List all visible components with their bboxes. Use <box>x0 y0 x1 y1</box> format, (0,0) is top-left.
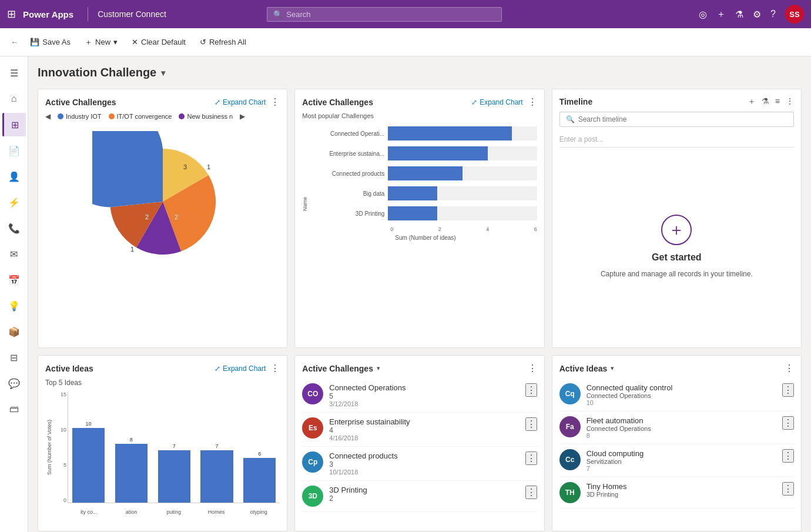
command-bar: ← 💾 Save As ＋ New ▾ ✕ Clear Default ↺ Re… <box>0 28 811 56</box>
save-as-button[interactable]: 💾 Save As <box>24 34 76 50</box>
sidebar-item-contacts[interactable]: 👤 <box>2 165 26 188</box>
timeline-filter-icon[interactable]: ⚗ <box>762 96 769 107</box>
expand-icon: ⤢ <box>215 98 220 106</box>
sidebar-item-activity[interactable]: ⚡ <box>2 190 26 214</box>
target-icon[interactable]: ◎ <box>699 9 707 20</box>
help-icon[interactable]: ? <box>770 9 776 19</box>
challenge-more-2[interactable]: ⋮ <box>525 451 537 465</box>
back-button[interactable]: ← <box>7 34 22 50</box>
idea-item-2: Cc Cloud computing Servitization 7 ⋮ <box>559 444 794 477</box>
grid-icon[interactable]: ⊞ <box>7 8 16 21</box>
card5-title-area: Active Challenges ▾ <box>302 364 380 373</box>
card1-title: Active Challenges <box>45 98 116 107</box>
card6-chevron-icon[interactable]: ▾ <box>611 364 614 372</box>
x-axis-labels: 0246 <box>314 226 537 232</box>
timeline-plus-circle-icon[interactable]: ＋ <box>661 215 692 245</box>
global-search-input[interactable] <box>286 10 495 19</box>
pie-label-2b: 2 <box>175 213 178 220</box>
sidebar-item-chat[interactable]: 💬 <box>2 372 26 395</box>
timeline-list-icon[interactable]: ≡ <box>775 96 780 107</box>
timeline-search-input[interactable] <box>578 115 787 123</box>
challenge-more-0[interactable]: ⋮ <box>525 383 537 397</box>
timeline-post-input[interactable]: Enter a post... <box>559 132 794 148</box>
vbar-xlabel-1: ation <box>110 509 152 515</box>
pie-chart-svg: 1 1 2 3 2 2 <box>92 131 233 272</box>
card1-expand-button[interactable]: ⤢ Expand Chart <box>215 98 266 106</box>
sidebar-item-phone[interactable]: 📞 <box>2 216 26 240</box>
card1-more-button[interactable]: ⋮ <box>270 96 280 108</box>
sidebar-item-products[interactable]: 📦 <box>2 320 26 343</box>
card6-title: Active Ideas <box>559 364 608 373</box>
timeline-search-box[interactable]: 🔍 <box>559 112 794 127</box>
idea-info-0: Connected quality control Connected Oper… <box>587 383 776 406</box>
pie-label-3: 3 <box>183 163 187 170</box>
vbar-col-0: 10 <box>68 392 109 503</box>
challenge-name-3: 3D Printing <box>329 486 519 494</box>
card5-more-button[interactable]: ⋮ <box>528 363 537 374</box>
vbar-fill-3 <box>200 450 233 503</box>
active-ideas-bar-card: Active Ideas ⤢ Expand Chart ⋮ Top 5 Idea… <box>38 355 287 531</box>
sidebar-item-notes[interactable]: 📄 <box>2 139 26 162</box>
idea-more-3[interactable]: ⋮ <box>782 482 794 496</box>
legend-forward-icon[interactable]: ▶ <box>240 112 245 121</box>
vbar-xlabel-4: otyping <box>237 509 280 515</box>
new-button[interactable]: ＋ New ▾ <box>79 34 123 51</box>
vbar-xlabel-3: Homes <box>195 509 237 515</box>
sidebar-item-lightning[interactable]: 💡 <box>2 294 26 317</box>
timeline-title: Timeline <box>559 97 593 106</box>
timeline-add-icon[interactable]: ＋ <box>748 96 756 107</box>
card4-more-button[interactable]: ⋮ <box>270 363 280 374</box>
hbar-rows: Connected Operati... 5 Enterprise sustai… <box>314 126 537 220</box>
pie-slice-blue <box>92 131 163 207</box>
idea-more-1[interactable]: ⋮ <box>782 416 794 430</box>
card2-more-button[interactable]: ⋮ <box>528 96 537 108</box>
sidebar-item-box[interactable]: 🗃 <box>2 397 26 421</box>
vbar-val-4: 6 <box>258 451 261 457</box>
challenge-more-3[interactable]: ⋮ <box>525 486 537 499</box>
timeline-icons: ＋ ⚗ ≡ ⋮ <box>748 96 794 107</box>
legend-dot-newbiz <box>179 113 185 119</box>
refresh-all-button[interactable]: ↺ Refresh All <box>194 34 252 50</box>
sidebar-item-menu[interactable]: ☰ <box>2 61 26 85</box>
challenge-item-0: CO Connected Operations 5 3/12/2018 ⋮ <box>302 379 537 413</box>
legend-dot-industry-iot <box>58 113 63 119</box>
challenge-avatar-2: Cp <box>302 451 323 473</box>
sidebar-item-dashboard[interactable]: ⊞ <box>2 113 26 136</box>
top-navigation: ⊞ Power Apps Customer Connect 🔍 ◎ ＋ ⚗ ⚙ … <box>0 0 811 28</box>
user-avatar[interactable]: SS <box>785 5 804 24</box>
filter-icon[interactable]: ⚗ <box>735 9 743 20</box>
idea-item-3: TH Tiny Homes 3D Printing ⋮ <box>559 477 794 508</box>
card4-expand-button[interactable]: ⤢ Expand Chart <box>215 364 266 373</box>
main-content: Innovation Challenge ▾ Active Challenges… <box>28 56 811 532</box>
timeline-empty-state: ＋ Get started Capture and manage all rec… <box>559 152 794 340</box>
hbar-fill-0 <box>388 126 511 140</box>
idea-more-2[interactable]: ⋮ <box>782 449 794 463</box>
challenge-date-0: 3/12/2018 <box>329 400 519 407</box>
sidebar-item-table[interactable]: ⊟ <box>2 346 26 369</box>
sidebar-item-calendar[interactable]: 📅 <box>2 268 26 292</box>
active-challenges-pie-card: Active Challenges ⤢ Expand Chart ⋮ ◀ Ind… <box>38 89 287 348</box>
idea-more-0[interactable]: ⋮ <box>782 383 794 397</box>
legend-back-icon[interactable]: ◀ <box>45 112 51 121</box>
clear-default-button[interactable]: ✕ Clear Default <box>126 34 192 50</box>
save-icon: 💾 <box>30 38 39 46</box>
card6-more-button[interactable]: ⋮ <box>785 363 794 374</box>
timeline-empty-title: Get started <box>652 252 701 263</box>
card2-actions: ⤢ Expand Chart ⋮ <box>471 96 537 108</box>
timeline-more-icon[interactable]: ⋮ <box>786 96 794 107</box>
new-icon: ＋ <box>85 37 92 48</box>
card5-header: Active Challenges ▾ ⋮ <box>302 363 537 374</box>
sidebar-item-mail[interactable]: ✉ <box>2 242 26 266</box>
challenge-more-1[interactable]: ⋮ <box>525 417 537 431</box>
sidebar-item-home[interactable]: ⌂ <box>2 87 26 111</box>
global-search-box[interactable]: 🔍 <box>267 7 502 22</box>
plus-icon[interactable]: ＋ <box>716 8 726 21</box>
main-layout: ☰ ⌂ ⊞ 📄 👤 ⚡ 📞 ✉ 📅 💡 📦 ⊟ 💬 🗃 Innovation C… <box>0 56 811 532</box>
vbar-fill-0 <box>72 428 105 503</box>
hbar-fill-3 <box>388 186 437 200</box>
settings-icon[interactable]: ⚙ <box>753 9 761 20</box>
card5-chevron-icon[interactable]: ▾ <box>377 364 380 372</box>
legend-label-newbiz: New business n <box>187 113 233 120</box>
card2-expand-button[interactable]: ⤢ Expand Chart <box>471 98 522 106</box>
title-chevron-icon[interactable]: ▾ <box>161 68 165 78</box>
